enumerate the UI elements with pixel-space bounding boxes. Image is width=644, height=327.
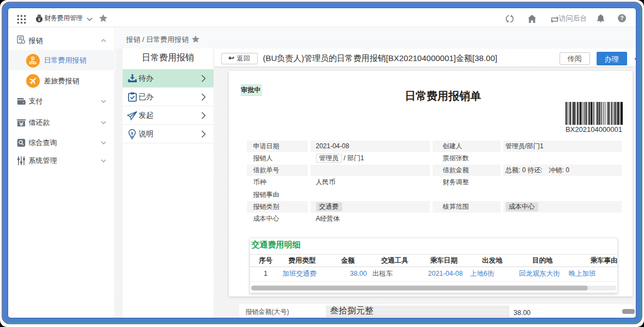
svg-text:?: ? xyxy=(620,15,623,21)
svg-text:$: $ xyxy=(32,57,33,60)
